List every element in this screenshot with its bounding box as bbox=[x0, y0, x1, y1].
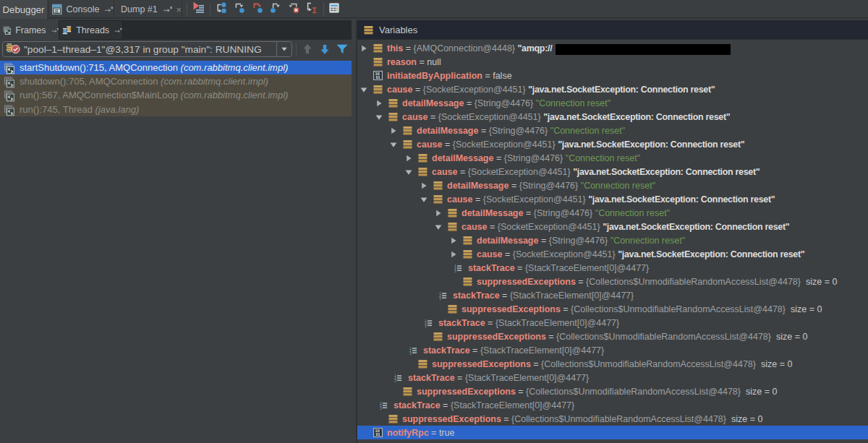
svg-text:01: 01 bbox=[375, 75, 380, 79]
svg-text:3: 3 bbox=[380, 407, 382, 410]
svg-text:3: 3 bbox=[454, 270, 456, 273]
svg-text:01: 01 bbox=[375, 432, 380, 436]
svg-text:3: 3 bbox=[409, 352, 412, 356]
svg-text:3: 3 bbox=[439, 297, 441, 301]
svg-text:3: 3 bbox=[394, 379, 396, 383]
svg-text:3: 3 bbox=[425, 324, 427, 328]
